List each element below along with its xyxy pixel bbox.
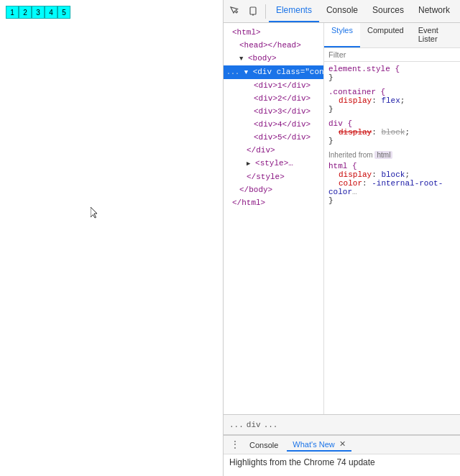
styles-tab-event-listeners[interactable]: Event Lister [411,23,460,47]
styles-content: element.style { } .container { display: … [324,62,460,414]
page-area: 1 2 3 4 5 [0,0,223,431]
drawer-tab-whatsnew[interactable]: What's New ✕ [287,438,351,452]
styles-filter[interactable]: Filter [324,48,460,62]
html-line-div1[interactable]: <div>1</div> [224,79,323,92]
div-rule: div { display: block; } [328,119,456,145]
flex-item-3: 3 [32,6,45,19]
device-icon[interactable] [245,3,262,20]
breadcrumb-dots-left: ... [229,421,244,429]
container-rule: .container { display: flex; } [328,88,456,114]
drawer-tab-console[interactable]: Console [244,439,284,451]
breadcrumb-div[interactable]: div [247,421,261,429]
devtools-body: <html> <head></head> ▼ <body> ... ▼ <div… [224,23,460,414]
svg-rect-0 [250,7,256,14]
console-drawer: ⋮ Console What's New ✕ Highlights from t… [224,434,460,476]
breadcrumb-dots-right: ... [264,421,278,429]
html-line-html-close[interactable]: </html> [224,196,323,209]
inherited-tag[interactable]: html [374,151,392,159]
devtools-toolbar: Elements Console Sources Network [224,0,460,23]
tab-console[interactable]: Console [319,0,365,22]
styles-panel: Styles Computed Event Lister Filter elem… [324,23,460,414]
tab-network[interactable]: Network [411,0,457,22]
html-line-style-open[interactable]: ▶ <style>… [224,157,323,170]
html-line-style-close[interactable]: </style> [224,170,323,183]
tab-elements[interactable]: Elements [269,0,319,22]
styles-tab-computed[interactable]: Computed [360,23,411,47]
html-line-body[interactable]: ▼ <body> [224,52,323,65]
cursor-icon [91,207,99,219]
toolbar-separator [265,4,266,19]
html-tree-panel[interactable]: <html> <head></head> ▼ <body> ... ▼ <div… [224,23,324,414]
flex-demo: 1 2 3 4 5 [6,6,70,19]
drawer-content: Highlights from the Chrome 74 update [224,454,460,476]
styles-tab-bar: Styles Computed Event Lister [324,23,460,48]
element-style-rule: element.style { } [328,65,456,82]
html-line-container[interactable]: ... ▼ <div class="container"> == $ [224,65,323,79]
html-rule: html { display: block; color: -internal-… [328,162,456,205]
drawer-tab-bar: ⋮ Console What's New ✕ [224,436,460,454]
inspect-icon[interactable] [226,3,244,20]
html-line-body-close[interactable]: </body> [224,183,323,196]
filter-label: Filter [328,50,346,59]
devtools-panel: Elements Console Sources Network <html> … [223,0,460,476]
inherited-from-label: Inherited from html [328,151,456,159]
flex-item-2: 2 [19,6,32,19]
drawer-menu-icon[interactable]: ⋮ [229,439,241,451]
flex-item-1: 1 [6,6,19,19]
flex-item-5: 5 [58,6,70,19]
tab-sources[interactable]: Sources [365,0,411,22]
html-line-head[interactable]: <head></head> [224,39,323,52]
styles-tab-styles[interactable]: Styles [324,23,360,47]
html-line-div5[interactable]: <div>5</div> [224,131,323,144]
html-line-div2[interactable]: <div>2</div> [224,92,323,105]
drawer-content-text: Highlights from the Chrome 74 update [229,457,375,467]
html-line-html[interactable]: <html> [224,26,323,39]
drawer-tab-close-icon[interactable]: ✕ [339,439,346,449]
devtools-tab-bar: Elements Console Sources Network [269,0,457,23]
html-line-div4[interactable]: <div>4</div> [224,118,323,131]
html-line-div-close[interactable]: </div> [224,144,323,157]
html-line-div3[interactable]: <div>3</div> [224,105,323,118]
flex-item-4: 4 [45,6,58,19]
svg-rect-1 [252,14,254,16]
breadcrumb-bar: ... div ... [224,414,460,434]
